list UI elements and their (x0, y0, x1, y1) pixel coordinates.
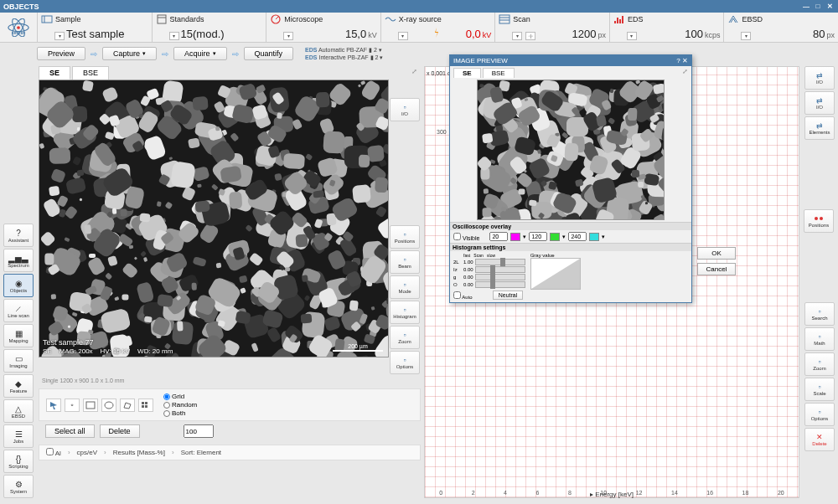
chevron-down-icon[interactable]: ▾ (54, 32, 65, 40)
rnav-options[interactable]: ▫Options (804, 403, 835, 426)
preview-titlebar[interactable]: IMAGE PREVIEW ? ✕ (450, 55, 691, 66)
color-green[interactable] (550, 233, 560, 241)
rnav-io2[interactable]: ⇄I/O (804, 91, 835, 115)
image-status: Single 1200 x 900 1.0 x 1.0 mm (39, 376, 421, 385)
tab-se[interactable]: SE (39, 66, 70, 80)
svg-text:BRUKER: BRUKER (12, 32, 25, 35)
tab-bse[interactable]: BSE (72, 66, 109, 80)
element-checkbox[interactable]: Al (46, 448, 61, 457)
rnav-elements[interactable]: ⇄Elements (804, 116, 835, 140)
nav-jobs[interactable]: ☰Jobs (3, 424, 34, 448)
cancel-button[interactable]: Cancel (697, 263, 736, 275)
nav-imaging[interactable]: ▭Imaging (3, 349, 34, 373)
nav-feature[interactable]: ◆Feature (3, 374, 34, 398)
maximize-icon[interactable]: □ (813, 3, 823, 11)
header-scan[interactable]: Scan ▾◦|◦1200px (494, 13, 609, 42)
minimize-icon[interactable]: — (801, 3, 811, 11)
visible-checkbox[interactable]: Visible (453, 233, 479, 241)
chevron-down-icon[interactable]: ▾ (741, 32, 751, 40)
radio-grid[interactable]: Grid (163, 393, 197, 400)
imgtool-positions[interactable]: ▫Positions (390, 225, 420, 249)
neutral-button[interactable]: Neutral (493, 291, 524, 300)
slider[interactable] (475, 266, 525, 273)
eds-method-info: EDS Automatic PB-ZAF ▮ 2 ▾ EDS Interacti… (305, 46, 383, 61)
slider[interactable] (475, 274, 525, 280)
nav-assistant[interactable]: ?Assistant (3, 224, 34, 247)
rect-tool-icon[interactable] (83, 399, 98, 412)
header-ebsd[interactable]: EBSD ▾80px (723, 13, 838, 42)
radio-random[interactable]: Random (163, 401, 197, 409)
delete-button[interactable]: Delete (100, 424, 140, 438)
expand-icon[interactable]: ⤢ (682, 68, 688, 78)
imgtool-beam[interactable]: ▫Beam (390, 250, 420, 274)
nav-system[interactable]: ⚙System (3, 475, 34, 498)
chevron-down-icon[interactable]: ▾ (512, 32, 522, 40)
preview-tab-se[interactable]: SE (453, 68, 481, 78)
close-icon[interactable]: ✕ (825, 3, 835, 11)
nav-scripting[interactable]: {}Scripting (3, 450, 34, 473)
imgtool-options2[interactable]: ▫Options (390, 351, 420, 374)
preview-button[interactable]: Preview (37, 47, 85, 60)
color-magenta[interactable] (510, 233, 520, 241)
color-cyan[interactable] (589, 233, 599, 241)
osc-val-3[interactable] (568, 232, 587, 241)
nav-objects[interactable]: ◉Objects (3, 274, 34, 297)
header-xray[interactable]: X-ray source ▾0,0kV (380, 13, 495, 42)
capture-button[interactable]: Capture▾ (102, 47, 157, 60)
header-microscope[interactable]: Microscope ▾15,0kV (266, 13, 380, 42)
chevron-down-icon[interactable]: ▾ (398, 32, 408, 40)
window-title: OBJECTS (3, 3, 39, 11)
header-standards[interactable]: Standards ▾15(mod.) (152, 13, 266, 42)
radio-both[interactable]: Both (163, 409, 197, 417)
pointer-tool-icon[interactable] (46, 399, 61, 412)
imgtool-mode[interactable]: ▫Mode (390, 275, 420, 299)
imgtool-zoom2[interactable]: ▫Zoom (390, 326, 420, 349)
ok-cancel-group: OK Cancel (697, 247, 736, 275)
acquire-button[interactable]: Acquire▾ (173, 47, 227, 60)
select-all-button[interactable]: Select all (45, 424, 95, 438)
svg-rect-21 (145, 402, 147, 404)
svg-point-19 (105, 402, 113, 409)
ok-button[interactable]: OK (697, 247, 736, 260)
count-input[interactable] (184, 424, 214, 438)
rnav-scale[interactable]: ▫Scale (804, 378, 835, 401)
preview-image[interactable] (477, 80, 665, 220)
ellipse-tool-icon[interactable] (101, 399, 116, 412)
sem-image[interactable]: Test sample 77 SE MAG: 200x HV: 15 kV WD… (39, 80, 389, 357)
rnav-search[interactable]: ▫Search (804, 302, 835, 326)
header-sample[interactable]: Sample ▾Test sample (37, 13, 152, 42)
chevron-down-icon[interactable]: ▾ (627, 32, 637, 40)
arrow-icon: ⇨ (162, 49, 168, 59)
rnav-io[interactable]: ⇄I/O (804, 66, 835, 90)
header-eds[interactable]: EDS ▾100kcps (609, 13, 724, 42)
chevron-down-icon[interactable]: ▾ (169, 32, 179, 40)
rnav-math[interactable]: ▫Math (804, 327, 835, 351)
grid-tool-icon[interactable] (138, 399, 153, 412)
slider[interactable] (475, 281, 525, 288)
nav-linescan[interactable]: ⟋Line scan (3, 299, 34, 322)
rnav-delete[interactable]: ✕Delete (804, 428, 835, 451)
nav-ebsd[interactable]: △EBSD (3, 399, 34, 423)
nav-spectrum[interactable]: ▂▅▃Spectrum (3, 249, 34, 272)
positions-button[interactable]: Positions (804, 209, 834, 233)
nav-mapping[interactable]: ▦Mapping (3, 324, 34, 347)
filter-row: Al ›cps/eV ›Results [Mass-%] ›Sort: Elem… (39, 445, 421, 460)
help-icon[interactable]: ? (676, 57, 680, 64)
rnav-zoom[interactable]: ▫Zoom (804, 352, 835, 376)
chevron-down-icon[interactable]: ▾ (283, 32, 293, 40)
point-tool-icon[interactable]: ◦ (65, 399, 80, 412)
imgtool-histogram[interactable]: ▫Histogram (390, 301, 420, 324)
slider[interactable] (475, 259, 525, 265)
polygon-tool-icon[interactable] (120, 399, 135, 412)
preview-tab-bse[interactable]: BSE (483, 68, 515, 78)
sem-overlay-text: Test sample 77 SE MAG: 200x HV: 15 kV WD… (43, 338, 173, 355)
expand-icon[interactable]: ⤢ (408, 66, 421, 80)
image-tool-column: ▫I/O▫Positions▫Beam▫Mode▫Histogram▫Zoom▫… (389, 80, 421, 376)
imgtool-io3[interactable]: ▫I/O (390, 98, 420, 121)
osc-val-2[interactable] (529, 232, 547, 241)
auto-checkbox[interactable]: Auto (453, 291, 473, 300)
quantify-button[interactable]: Quantify (244, 47, 294, 60)
osc-val-1[interactable] (489, 232, 508, 241)
close-icon[interactable]: ✕ (682, 57, 688, 64)
arrow-icon: ⇨ (232, 49, 239, 59)
